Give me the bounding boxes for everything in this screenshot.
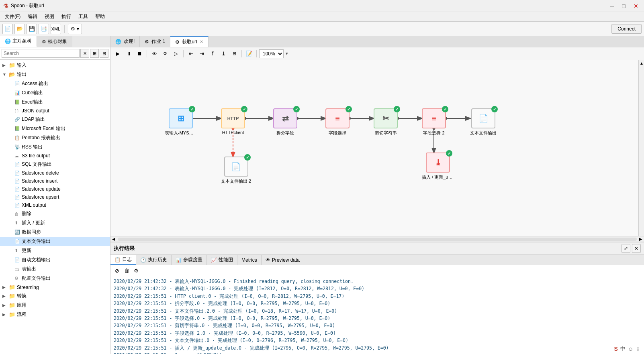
bottom-tab-perf[interactable]: 📈 性能图: [207, 255, 237, 265]
bottom-tab-history[interactable]: 🕐 执行历史: [136, 255, 172, 265]
canvas-tab-job[interactable]: ⚙ 作业 1: [140, 36, 170, 47]
pause-btn[interactable]: ⏸: [124, 49, 133, 59]
save-as-btn[interactable]: 📑: [39, 24, 49, 34]
menu-edit[interactable]: 编辑: [25, 12, 41, 21]
maximize-btn[interactable]: □: [620, 2, 628, 10]
tree-item-output-2[interactable]: 📗 Excel输出: [0, 98, 110, 107]
menu-file[interactable]: 文件(F): [2, 12, 24, 21]
menu-run[interactable]: 执行: [58, 12, 74, 21]
distribute-btn[interactable]: ⊟: [229, 49, 239, 59]
tree-item-output-17[interactable]: 🔄 数据同步: [0, 228, 110, 237]
tree-item-output-13[interactable]: 📄 Salesforce upsert: [0, 193, 110, 201]
tree-item-output-0[interactable]: 📄 Access 输出: [0, 79, 110, 88]
canvas-tab-geturl[interactable]: ⚙ 获取url ✕: [170, 36, 208, 47]
canvas-hscroll[interactable]: ◀ ▶: [110, 236, 644, 242]
tab-core-objects[interactable]: ⚙ 核心对象: [37, 36, 72, 47]
tree-item-output-22[interactable]: ⚙ 配置文件输出: [0, 274, 110, 283]
tree-group-input-header[interactable]: ▶ 📁 输入: [0, 61, 110, 70]
close-panel-btn[interactable]: ✕: [632, 244, 641, 253]
minimize-btn[interactable]: ─: [608, 2, 617, 10]
tree-item-output-14[interactable]: 📄 XML output: [0, 201, 110, 209]
expand-panel-btn[interactable]: ⤢: [622, 244, 630, 253]
tree-item-output-21[interactable]: 🗃 表输出: [0, 264, 110, 274]
tab-main-objects[interactable]: 🌐 主对象树: [0, 36, 37, 47]
tree-item-output-19[interactable]: ⬆ 更新: [0, 246, 110, 255]
wf-node-n6[interactable]: ≡✓字段选择 2: [422, 108, 446, 136]
align-up-btn[interactable]: ⤒: [208, 49, 217, 59]
bottom-tab-log[interactable]: 📋 日志: [110, 255, 136, 265]
canvas-area[interactable]: ⊞✓表输入-MYSQL-JGGGHTTP✓HTTPclient⇄✓拆分字段≡✓字…: [110, 60, 644, 236]
tree-group-flow-header[interactable]: ▶ 📁 流程: [0, 310, 110, 319]
stop-btn[interactable]: ⏹: [135, 49, 144, 59]
log-settings-btn[interactable]: ⚙: [132, 267, 140, 275]
input-folder-icon: 📁: [9, 62, 15, 68]
canvas-vscroll[interactable]: ▲: [638, 60, 644, 236]
tree-item-output-1[interactable]: 📊 Cube输出: [0, 88, 110, 98]
menu-help[interactable]: 帮助: [92, 12, 108, 21]
save-xml-btn[interactable]: XML: [51, 24, 61, 34]
search-clear-btn[interactable]: ✕: [80, 49, 89, 58]
menu-tools[interactable]: 工具: [75, 12, 91, 21]
close-btn[interactable]: ✕: [631, 2, 641, 10]
tree-group-transform-header[interactable]: ▶ 📁 转换: [0, 291, 110, 301]
log-clear-btn[interactable]: 🗑: [123, 267, 131, 275]
bottom-tab-metrics[interactable]: Metrics: [237, 255, 262, 265]
wf-node-n5[interactable]: ✂✓剪切字符串: [374, 108, 398, 136]
run-selected-btn[interactable]: ▷: [171, 49, 181, 59]
zoom-select[interactable]: 100% 75% 50% 150% 200%: [259, 49, 284, 58]
tree-group-streaming-header[interactable]: ▶ 📁 Streaming: [0, 283, 110, 291]
wf-node-n9[interactable]: ⤓✓插入 / 更新_update_date: [422, 153, 454, 180]
search-expand-btn[interactable]: ⊞: [90, 49, 99, 58]
geturl-tab-close-icon[interactable]: ✕: [200, 39, 203, 45]
log-stop-btn[interactable]: ⊘: [113, 267, 121, 275]
search-input[interactable]: [2, 49, 80, 58]
tree-item-output-5[interactable]: 📗 Microsoft Excel 输出: [0, 124, 110, 133]
preview-btn[interactable]: 👁: [149, 49, 159, 59]
tree-item-output-9[interactable]: 📄 SQL 文件输出: [0, 160, 110, 169]
tree-item-output-11[interactable]: 📄 Salesforce insert: [0, 177, 110, 185]
vscroll-up-arrow[interactable]: ▲: [639, 60, 644, 66]
menu-view[interactable]: 视图: [41, 12, 57, 21]
hscroll-right-arrow[interactable]: ▶: [638, 236, 644, 242]
wf-node-n7[interactable]: 📄✓文本文件输出: [470, 108, 497, 136]
tree-group-output-header[interactable]: ▼ 📂 输出: [0, 70, 110, 79]
tree-item-output-15[interactable]: 🗑 删除: [0, 209, 110, 218]
bottom-tab-preview[interactable]: 👁 Preview data: [262, 255, 304, 265]
run-btn[interactable]: ▶: [113, 49, 123, 59]
align-left-btn[interactable]: ⇤: [186, 49, 196, 59]
connect-button[interactable]: Connect: [611, 24, 642, 34]
canvas-tab-welcome[interactable]: 🌐 欢迎!: [110, 36, 140, 47]
bottom-tab-steps[interactable]: 📊 步骤度量: [172, 255, 207, 265]
metrics-tab-label: Metrics: [241, 257, 257, 263]
tree-item-output-6[interactable]: 📋 Pentaho 报表输出: [0, 133, 110, 142]
search-collapse-btn[interactable]: ⊟: [100, 49, 108, 58]
tree-item-output-3[interactable]: { } JSON output: [0, 107, 110, 115]
save-btn[interactable]: 💾: [27, 24, 37, 34]
wf-node-n2[interactable]: HTTP✓HTTPclient: [221, 108, 245, 135]
tree-item-output-20[interactable]: 📄 自动文档输出: [0, 255, 110, 264]
align-down-btn[interactable]: ⤓: [219, 49, 228, 59]
check-btn[interactable]: ⚙: [160, 49, 170, 59]
wf-node-n8[interactable]: 📄✓文本文件输出 2: [221, 157, 251, 184]
tree-group-app-header[interactable]: ▶ 📁 应用: [0, 301, 110, 310]
tree-item-output-12[interactable]: 📄 Salesforce update: [0, 185, 110, 193]
zoom-chevron-icon: ▾: [286, 51, 288, 56]
new-file-btn[interactable]: 📄: [2, 24, 13, 34]
tree-item-output-18[interactable]: 📄 文本文件输出: [0, 237, 110, 246]
hscroll-thumb[interactable]: [118, 238, 637, 241]
node-check-n8: ✓: [244, 154, 251, 161]
wf-node-n1[interactable]: ⊞✓表输入-MYSQL-JGGG: [165, 108, 197, 136]
tree-item-output-4[interactable]: 🔗 LDAP 输出: [0, 115, 110, 124]
open-file-btn[interactable]: 📂: [14, 24, 25, 34]
align-right-btn[interactable]: ⇥: [197, 49, 206, 59]
job-tab-icon: ⚙: [145, 39, 149, 45]
tree-item-output-7[interactable]: 📡 RSS 输出: [0, 142, 110, 152]
wf-node-n3[interactable]: ⇄✓拆分字段: [273, 108, 297, 136]
hscroll-left-arrow[interactable]: ◀: [110, 236, 117, 242]
note-btn[interactable]: 📝: [244, 49, 254, 59]
tree-item-output-8[interactable]: ☁ S3 file output: [0, 152, 110, 160]
wf-node-n4[interactable]: ≡✓字段选择: [325, 108, 350, 136]
tree-item-output-10[interactable]: 📄 Salesforce delete: [0, 169, 110, 177]
tree-item-output-16[interactable]: ⬆ 插入 / 更新: [0, 218, 110, 228]
settings-dropdown[interactable]: ⚙ ▾: [68, 24, 82, 34]
